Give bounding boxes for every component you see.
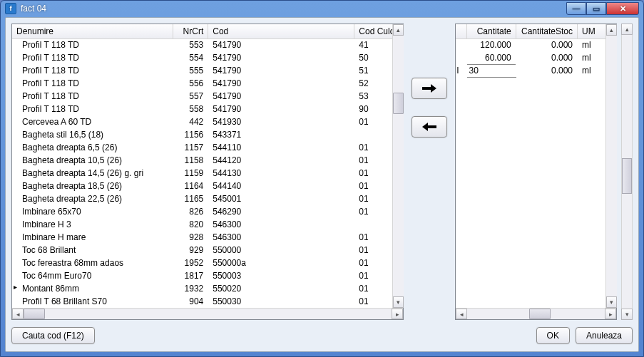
cell-cod: 544130 <box>208 167 354 180</box>
cell-cod: 541790 <box>208 90 354 103</box>
scroll-up-icon[interactable]: ▴ <box>393 24 404 36</box>
scroll-down-icon[interactable]: ▾ <box>606 296 617 308</box>
table-row[interactable]: Profil T 68 Brillant S7090455003001 <box>12 295 403 308</box>
cell-nrcrt: 826 <box>173 205 208 218</box>
col-cantitate-stoc[interactable]: CantitateStoc <box>516 24 577 39</box>
bottom-bar: Cauta cod (F12) OK Anuleaza <box>11 326 633 346</box>
table-row[interactable]: Bagheta dreapta 14,5 (26) g. gri11595441… <box>12 167 403 180</box>
scroll-left-icon[interactable]: ◂ <box>12 309 24 319</box>
table-row[interactable]: Imbinare H mare92854630001 <box>12 231 403 244</box>
h-scrollbar[interactable]: ◂ ▸ <box>12 308 403 319</box>
table-row[interactable]: Toc fereastra 68mm adaos1952550000a01 <box>12 257 403 269</box>
cell-denumire: Profil T 118 TD <box>12 64 173 77</box>
cell-nrcrt: 1932 <box>173 282 208 295</box>
cell-cod: 550000a <box>208 257 354 269</box>
cancel-button[interactable]: Anuleaza <box>576 327 633 344</box>
scroll-down-icon[interactable]: ▾ <box>621 309 633 320</box>
table-row[interactable]: Bagheta dreapta 18,5 (26)116454414001 <box>12 180 403 192</box>
cell-nrcrt: 929 <box>173 244 208 257</box>
cell-denumire: Profil T 118 TD <box>12 38 173 51</box>
v-scrollbar[interactable]: ▴ ▾ <box>605 24 617 309</box>
h-scrollbar[interactable]: ◂ ▸ <box>456 308 616 319</box>
cell-cod: 541790 <box>208 103 354 115</box>
table-row[interactable]: Toc 68 Brillant92955000001 <box>12 244 403 257</box>
close-button[interactable]: ✕ <box>606 2 639 15</box>
cell-nrcrt: 557 <box>173 90 208 103</box>
cell-denumire: Toc 68 Brillant <box>12 244 173 257</box>
table-row[interactable]: Bagheta stil 16,5 (18)1156543371 <box>12 128 403 141</box>
cell-nrcrt: 1158 <box>173 154 208 167</box>
scroll-right-icon[interactable]: ▸ <box>392 309 403 319</box>
cell-denumire: Imbinare H 3 <box>12 218 173 231</box>
cell-nrcrt: 554 <box>173 51 208 64</box>
cell-cod: 546300 <box>208 218 354 231</box>
table-row[interactable]: Profil T 118 TD55654179052 <box>12 77 403 90</box>
cell-cod: 541790 <box>208 38 354 51</box>
cell-cod: 544110 <box>208 141 354 154</box>
cell-denumire: Profil T 118 TD <box>12 90 173 103</box>
table-row[interactable]: Profil T 118 TD55554179051 <box>12 64 403 77</box>
scroll-up-icon[interactable]: ▴ <box>606 24 617 36</box>
cell-nrcrt: 442 <box>173 115 208 128</box>
table-row[interactable]: Bagheta dreapta 6,5 (26)115754411001 <box>12 141 403 154</box>
cell-nrcrt: 1952 <box>173 257 208 269</box>
minimize-button[interactable]: ― <box>566 2 586 15</box>
products-grid[interactable]: Denumire NrCrt Cod Cod Culoare Profil T … <box>11 24 404 321</box>
window: f fact 04 ― ▭ ✕ Denumire NrCrt Cod Cod C… <box>0 0 644 357</box>
scroll-left-icon[interactable]: ◂ <box>456 309 467 319</box>
scroll-up-icon[interactable]: ▴ <box>621 24 633 35</box>
outer-v-scrollbar[interactable]: ▴ ▾ <box>621 24 633 321</box>
table-row[interactable]: Profil T 118 TD55754179053 <box>12 90 403 103</box>
row-indicator <box>456 51 466 64</box>
table-row[interactable]: Bagheta dreapta 22,5 (26)116554500101 <box>12 192 403 205</box>
quantities-grid[interactable]: Cantitate CantitateStoc UM 120.0000.000m… <box>455 24 617 321</box>
cell-cod: 544140 <box>208 180 354 192</box>
cell-denumire: Toc 64mm Euro70 <box>12 269 173 282</box>
table-row[interactable]: Imbinare 65x7082654629001 <box>12 205 403 218</box>
titlebar[interactable]: f fact 04 ― ▭ ✕ <box>1 1 643 17</box>
move-left-button[interactable] <box>412 116 447 138</box>
table-row[interactable]: I300.000ml <box>456 64 616 77</box>
cell-cantitate: 60.000 <box>466 51 516 64</box>
table-row[interactable]: 60.0000.000ml <box>456 51 616 64</box>
cell-nrcrt: 558 <box>173 103 208 115</box>
table-row[interactable]: Profil T 118 TD55454179050 <box>12 51 403 64</box>
table-row[interactable]: ▸Montant 86mm193255002001 <box>12 282 403 295</box>
cell-cod: 544120 <box>208 154 354 167</box>
table-row[interactable]: Bagheta dreapta 10,5 (26)115854412001 <box>12 154 403 167</box>
col-cantitate[interactable]: Cantitate <box>466 24 516 39</box>
app-icon: f <box>5 3 16 14</box>
cell-denumire: Profil T 118 TD <box>12 77 173 90</box>
cell-nrcrt: 904 <box>173 295 208 308</box>
cell-denumire: Bagheta stil 16,5 (18) <box>12 128 173 141</box>
scroll-right-icon[interactable]: ▸ <box>605 309 616 319</box>
cell-denumire: Bagheta dreapta 6,5 (26) <box>12 141 173 154</box>
cell-cod: 541790 <box>208 77 354 90</box>
table-row[interactable]: Profil T 118 TD55354179041 <box>12 38 403 51</box>
v-scrollbar[interactable]: ▴ ▾ <box>392 24 404 309</box>
client-area: Denumire NrCrt Cod Cod Culoare Profil T … <box>5 17 639 353</box>
cell-cod: 550020 <box>208 282 354 295</box>
cantitate-input[interactable]: 30 <box>466 64 516 77</box>
cell-denumire: Bagheta dreapta 18,5 (26) <box>12 180 173 192</box>
cell-nrcrt: 1165 <box>173 192 208 205</box>
maximize-button[interactable]: ▭ <box>586 2 606 15</box>
col-nrcrt[interactable]: NrCrt <box>173 24 208 39</box>
table-row[interactable]: Profil T 118 TD55854179090 <box>12 103 403 115</box>
cell-cod: 541930 <box>208 115 354 128</box>
col-cod[interactable]: Cod <box>208 24 354 39</box>
ok-button[interactable]: OK <box>536 327 570 344</box>
cell-denumire: Bagheta dreapta 22,5 (26) <box>12 192 173 205</box>
search-code-button[interactable]: Cauta cod (F12) <box>11 327 95 344</box>
scroll-down-icon[interactable]: ▾ <box>393 296 404 308</box>
move-right-button[interactable] <box>412 78 447 99</box>
table-row[interactable]: Imbinare H 3820546300 <box>12 218 403 231</box>
table-row[interactable]: Toc 64mm Euro70181755000301 <box>12 269 403 282</box>
table-row[interactable]: 120.0000.000ml <box>456 38 616 51</box>
cell-nrcrt: 553 <box>173 38 208 51</box>
table-row[interactable]: Cercevea A 60 TD44254193001 <box>12 115 403 128</box>
cell-nrcrt: 928 <box>173 231 208 244</box>
col-denumire[interactable]: Denumire <box>12 24 173 39</box>
cell-cod: 541790 <box>208 64 354 77</box>
row-indicator: I <box>456 64 466 77</box>
